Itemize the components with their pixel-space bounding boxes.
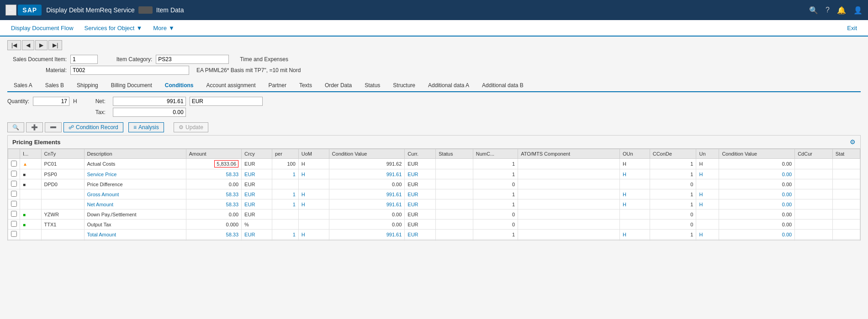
last-button[interactable]: ▶|	[48, 40, 62, 50]
table-row[interactable]: ■ TTX1 Output Tax 0.000 % 0.00 EUR 0 0 0…	[8, 220, 860, 230]
sales-doc-item-input[interactable]	[70, 55, 98, 64]
row-checkbox[interactable]	[8, 220, 20, 230]
quantity-input[interactable]	[33, 97, 69, 106]
analysis-button[interactable]: ≡ Analysis	[128, 122, 164, 132]
services-for-object-link[interactable]: Services for Object ▼	[79, 21, 148, 35]
tab-account-assignment[interactable]: Account assignment	[200, 79, 262, 92]
col-check	[8, 149, 20, 159]
row-oun	[620, 209, 650, 220]
row-crcy: EUR	[242, 230, 272, 240]
col-cnty: CnTy	[41, 149, 84, 159]
row-cond-val: 0.00	[329, 209, 405, 220]
table-row[interactable]: Gross Amount 58.33 EUR 1 H 991.61 EUR 1 …	[8, 189, 860, 199]
user-icon[interactable]: 👤	[853, 6, 863, 15]
row-numc: 1	[473, 230, 518, 240]
item-category-input[interactable]	[156, 55, 229, 64]
row-checkbox[interactable]	[8, 209, 20, 220]
condition-record-button[interactable]: ☍ Condition Record	[64, 122, 123, 132]
bell-icon[interactable]: 🔔	[837, 6, 846, 15]
row-numc: 0	[473, 240, 518, 241]
table-row[interactable]: Total Amount 58.33 EUR 1 H 991.61 EUR 1 …	[8, 230, 860, 240]
col-un: Un	[696, 149, 719, 159]
remove-button[interactable]: ➖	[45, 122, 62, 132]
row-status	[436, 230, 473, 240]
table-row[interactable]: ▲ PC01 Actual Costs 5,833.06 EUR 100 H 9…	[8, 159, 860, 169]
settings-icon[interactable]: ⚙	[850, 138, 856, 146]
row-uom: H	[298, 199, 329, 209]
tab-additional-data-b[interactable]: Additional data B	[476, 79, 530, 92]
tab-structure[interactable]: Structure	[386, 79, 422, 92]
row-icon: ■	[20, 169, 42, 179]
row-icon: ■	[20, 220, 42, 230]
more-link[interactable]: More ▼	[148, 21, 180, 35]
row-uom	[298, 220, 329, 230]
table-row[interactable]: ■ PSP0 Service Price 58.33 EUR 1 H 991.6…	[8, 169, 860, 179]
pricing-table-wrapper[interactable]: I... CnTy Description Amount Crcy per Uo…	[8, 149, 860, 240]
row-stat	[832, 169, 860, 179]
tab-partner[interactable]: Partner	[262, 79, 293, 92]
row-un: H	[696, 230, 719, 240]
col-icon: I...	[20, 149, 42, 159]
tax-input[interactable]	[113, 108, 186, 117]
row-checkbox[interactable]	[8, 159, 20, 169]
net-currency-input[interactable]	[190, 97, 263, 106]
exit-link[interactable]: Exit	[842, 21, 863, 35]
action-bar: Display Document Flow Services for Objec…	[0, 20, 868, 37]
update-button[interactable]: ⚙ Update	[174, 122, 208, 132]
tab-order-data[interactable]: Order Data	[318, 79, 358, 92]
material-input[interactable]	[70, 66, 189, 75]
tab-additional-data-a[interactable]: Additional data A	[422, 79, 476, 92]
tab-status[interactable]: Status	[358, 79, 386, 92]
nav-buttons: |◀ ◀ ▶ ▶|	[7, 40, 861, 50]
row-status	[436, 179, 473, 189]
row-cond-val2: 0.00	[719, 169, 795, 179]
row-ato	[518, 169, 620, 179]
row-checkbox[interactable]	[8, 169, 20, 179]
material-row: Material: EA PMML26* Basis mit TP7", =10…	[7, 66, 861, 75]
net-row: Net:	[95, 97, 263, 106]
first-button[interactable]: |◀	[7, 40, 21, 50]
row-curr: EUR	[405, 179, 436, 189]
header-title: Display Debit MemReq Service Item Data	[46, 6, 809, 14]
row-cond-val2: 0.00	[719, 230, 795, 240]
display-document-flow-link[interactable]: Display Document Flow	[5, 21, 79, 35]
row-crcy: %	[242, 240, 272, 241]
toolbar: 🔍 ➕ ➖ ☍ Condition Record ≡ Analysis ⚙ Up…	[7, 122, 861, 132]
table-row[interactable]: ■ YZWR Down Pay./Settlement 0.00 EUR 0.0…	[8, 209, 860, 220]
search-icon[interactable]: 🔍	[809, 6, 818, 15]
table-row[interactable]: Net Amount 58.33 EUR 1 H 991.61 EUR 1 H …	[8, 199, 860, 209]
row-checkbox[interactable]	[8, 189, 20, 199]
row-numc: 0	[473, 220, 518, 230]
row-per: 1	[272, 169, 298, 179]
tab-sales-a[interactable]: Sales A	[7, 79, 39, 92]
row-checkbox[interactable]	[8, 199, 20, 209]
tab-billing-document[interactable]: Billing Document	[105, 79, 159, 92]
help-icon[interactable]: ?	[826, 6, 830, 14]
add-icon: ➕	[31, 124, 38, 131]
row-cond-val2: 0.00	[719, 189, 795, 199]
table-row[interactable]: ■ DCD1 sh Discount Gross 0.000 % 0.00 EU…	[8, 240, 860, 241]
tab-conditions[interactable]: Conditions	[159, 79, 200, 92]
row-ato	[518, 230, 620, 240]
tab-sales-b[interactable]: Sales B	[39, 79, 70, 92]
net-input[interactable]	[113, 97, 186, 106]
row-un: H	[696, 159, 719, 169]
row-icon: ■	[20, 240, 42, 241]
net-label: Net:	[95, 98, 109, 105]
row-per	[272, 209, 298, 220]
prev-button[interactable]: ◀	[22, 40, 34, 50]
row-per	[272, 220, 298, 230]
tab-texts[interactable]: Texts	[293, 79, 318, 92]
next-button[interactable]: ▶	[35, 40, 48, 50]
row-checkbox[interactable]	[8, 230, 20, 240]
row-checkbox[interactable]	[8, 240, 20, 241]
row-status	[436, 189, 473, 199]
search-conditions-button[interactable]: 🔍	[7, 122, 24, 132]
back-button[interactable]: ←	[5, 5, 16, 16]
add-button[interactable]: ➕	[26, 122, 43, 132]
table-row[interactable]: ■ DPD0 Price Difference 0.00 EUR 0.00 EU…	[8, 179, 860, 189]
tab-shipping[interactable]: Shipping	[70, 79, 105, 92]
row-checkbox[interactable]	[8, 179, 20, 189]
row-crcy: EUR	[242, 209, 272, 220]
row-cnty	[41, 189, 84, 199]
